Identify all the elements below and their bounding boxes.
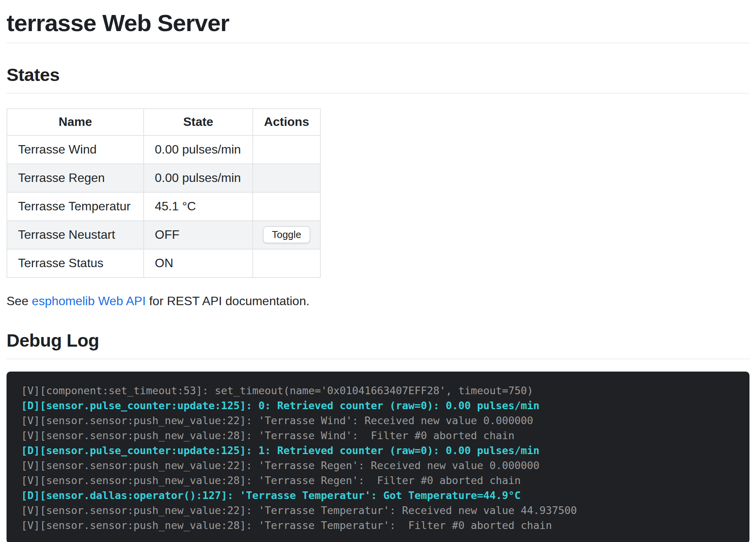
column-header-state: State: [144, 109, 253, 136]
sensor-state-cell: 0.00 pulses/min: [144, 136, 253, 164]
api-note: See esphomelib Web API for REST API docu…: [7, 293, 749, 309]
log-line: [D][sensor.dallas:operator():127]: 'Terr…: [21, 488, 735, 503]
log-line: [V][sensor.sensor:push_new_value:22]: 'T…: [21, 413, 735, 428]
api-note-suffix: for REST API documentation.: [146, 294, 309, 308]
sensor-name-cell: Terrasse Neustart: [7, 221, 144, 249]
table-row-terrasse-regen: Terrasse Regen 0.00 pulses/min: [7, 164, 320, 192]
sensor-name-cell: Terrasse Status: [7, 249, 144, 278]
sensor-state-cell: OFF: [144, 221, 253, 249]
log-line: [V][sensor.sensor:push_new_value:22]: 'T…: [21, 503, 735, 518]
page-title: terrasse Web Server: [7, 9, 749, 43]
api-note-prefix: See: [7, 294, 32, 308]
table-row-terrasse-neustart: Terrasse Neustart OFF Toggle: [7, 221, 320, 249]
sensor-name-cell: Terrasse Temperatur: [7, 192, 144, 221]
log-line: [V][sensor.sensor:push_new_value:28]: 'T…: [21, 518, 735, 533]
log-line: [V][sensor.sensor:push_new_value:22]: 'T…: [21, 458, 735, 473]
table-row-terrasse-temperatur: Terrasse Temperatur 45.1 °C: [7, 192, 320, 221]
sensor-actions-cell: [253, 192, 320, 221]
sensor-actions-cell: Toggle: [253, 221, 320, 249]
sensor-name-cell: Terrasse Wind: [7, 136, 144, 164]
table-row-terrasse-status: Terrasse Status ON: [7, 249, 320, 278]
column-header-name: Name: [7, 109, 144, 136]
debug-log-heading: Debug Log: [7, 330, 749, 359]
log-line: [D][sensor.pulse_counter:update:125]: 0:…: [21, 398, 735, 413]
sensor-state-cell: 0.00 pulses/min: [144, 164, 253, 192]
table-row-terrasse-wind: Terrasse Wind 0.00 pulses/min: [7, 136, 320, 164]
sensor-name-cell: Terrasse Regen: [7, 164, 144, 192]
log-line: [V][sensor.sensor:push_new_value:28]: 'T…: [21, 473, 735, 488]
sensor-actions-cell: [253, 249, 320, 278]
esphomelib-web-api-link[interactable]: esphomelib Web API: [32, 294, 146, 308]
states-heading: States: [7, 64, 749, 93]
debug-log-panel: [V][component:set_timeout:53]: set_timeo…: [7, 372, 749, 542]
sensor-actions-cell: [253, 136, 320, 164]
column-header-actions: Actions: [253, 109, 320, 136]
sensor-state-cell: 45.1 °C: [144, 192, 253, 221]
table-header-row: Name State Actions: [7, 109, 320, 136]
toggle-button[interactable]: Toggle: [263, 226, 311, 243]
sensor-actions-cell: [253, 164, 320, 192]
log-line: [V][sensor.sensor:push_new_value:28]: 'T…: [21, 428, 735, 443]
states-table: Name State Actions Terrasse Wind 0.00 pu…: [7, 108, 321, 278]
sensor-state-cell: ON: [144, 249, 253, 278]
log-line: [V][component:set_timeout:53]: set_timeo…: [21, 383, 735, 398]
log-line: [D][sensor.pulse_counter:update:125]: 1:…: [21, 443, 735, 458]
